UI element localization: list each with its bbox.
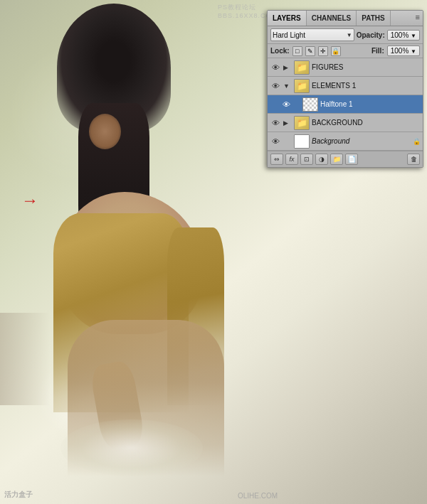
layer-name-figures: FIGURES: [312, 63, 421, 71]
toolbar-delete-button[interactable]: 🗑: [407, 154, 420, 165]
layer-eye-elements1[interactable]: 👁: [270, 80, 281, 92]
layer-arrow-elements1[interactable]: ▼: [283, 82, 292, 90]
layer-row-figures[interactable]: 👁 ▶ 📁 FIGURES: [268, 58, 423, 77]
layer-arrow-background-group[interactable]: ▶: [283, 119, 292, 127]
red-arrow: →: [21, 191, 38, 210]
tab-layers[interactable]: LAYERS: [268, 11, 307, 26]
lock-position-icon[interactable]: ✛: [318, 46, 328, 56]
layer-list: 👁 ▶ 📁 FIGURES 👁 ▼ 📁 ELEMENTS 1 👁 Halfton…: [268, 58, 423, 151]
layer-thumb-figures: 📁: [294, 60, 310, 75]
lock-label: Lock:: [270, 47, 290, 55]
tab-paths[interactable]: PATHS: [357, 11, 390, 26]
fill-select[interactable]: 100% ▼: [387, 45, 420, 56]
panel-tabs: LAYERS CHANNELS PATHS ≡: [268, 11, 423, 26]
lock-paint-icon[interactable]: ✎: [305, 46, 315, 56]
layer-thumb-background: [294, 134, 310, 149]
layer-thumb-elements1: 📁: [294, 79, 310, 93]
lock-transparency-icon[interactable]: □: [292, 46, 302, 56]
layer-row-halftone1[interactable]: 👁 Halftone 1: [268, 95, 423, 114]
layer-name-background: Background: [312, 137, 411, 145]
layer-thumb-background-group: 📁: [294, 116, 310, 130]
layer-lock-background-icon: 🔒: [413, 138, 421, 145]
layer-row-elements1[interactable]: 👁 ▼ 📁 ELEMENTS 1: [268, 77, 423, 95]
fill-value: 100%: [391, 47, 409, 55]
layer-name-background-group: BACKGROUND: [312, 119, 421, 127]
layer-eye-halftone1[interactable]: 👁: [280, 99, 292, 110]
layer-eye-background[interactable]: 👁: [270, 136, 281, 147]
opacity-arrow: ▼: [411, 33, 416, 39]
layer-eye-figures[interactable]: 👁: [270, 62, 281, 73]
tab-channels[interactable]: CHANNELS: [307, 11, 357, 26]
panel-menu-icon[interactable]: ≡: [416, 13, 420, 21]
layer-name-elements1: ELEMENTS 1: [312, 82, 421, 90]
watermark-bottom-right: OLIHE.COM: [238, 492, 278, 500]
toolbar-adjustment-button[interactable]: ◑: [315, 154, 328, 165]
opacity-label: Opacity:: [357, 31, 385, 39]
toolbar-link-button[interactable]: ⇔: [270, 154, 283, 165]
layers-panel: LAYERS CHANNELS PATHS ≡ Hard Light ▼ Opa…: [267, 10, 423, 168]
lock-row: Lock: □ ✎ ✛ 🔒 Fill: 100% ▼: [268, 44, 423, 58]
watermark-bottom-left: 活力盒子: [4, 490, 33, 500]
opacity-select[interactable]: 100% ▼: [387, 30, 420, 41]
layer-arrow-figures[interactable]: ▶: [283, 64, 292, 71]
toolbar-folder-button[interactable]: 📁: [330, 154, 343, 165]
toolbar-fx-button[interactable]: fx: [285, 154, 298, 165]
panel-toolbar: ⇔ fx ⊡ ◑ 📁 📄 🗑: [268, 151, 423, 167]
lock-all-icon[interactable]: 🔒: [331, 46, 341, 56]
toolbar-new-layer-button[interactable]: 📄: [345, 154, 358, 165]
opacity-value: 100%: [391, 31, 409, 39]
layer-eye-background-group[interactable]: 👁: [270, 117, 281, 129]
fill-arrow: ▼: [411, 48, 416, 55]
blend-mode-arrow: ▼: [347, 32, 352, 38]
layer-thumb-halftone1: [302, 97, 318, 112]
blend-mode-row: Hard Light ▼ Opacity: 100% ▼: [268, 26, 423, 44]
blend-mode-select[interactable]: Hard Light ▼: [270, 28, 354, 41]
fill-label: Fill:: [371, 47, 384, 55]
layer-row-background[interactable]: 👁 Background 🔒: [268, 132, 423, 151]
blend-mode-value: Hard Light: [273, 31, 305, 39]
toolbar-mask-button[interactable]: ⊡: [300, 154, 313, 165]
layer-row-background-group[interactable]: 👁 ▶ 📁 BACKGROUND: [268, 114, 423, 132]
layer-name-halftone1: Halftone 1: [320, 100, 421, 108]
